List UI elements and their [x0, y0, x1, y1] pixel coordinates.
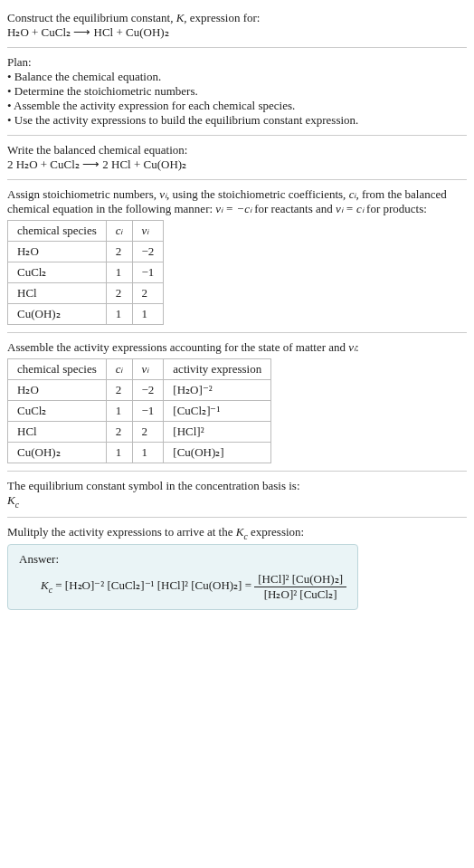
fraction-denominator: [H₂O]² [CuCl₂]	[254, 587, 346, 602]
plan-bullet: • Balance the chemical equation.	[7, 70, 467, 84]
plan-bullet: • Determine the stoichiometric numbers.	[7, 84, 467, 99]
equals: =	[52, 579, 65, 593]
multiply-text: Mulitply the activity expressions to arr…	[7, 525, 467, 541]
table-row: Cu(OH)₂ 1 1 [Cu(OH)₂]	[8, 443, 271, 463]
text: for reactants and	[251, 202, 336, 215]
cell-nu: −1	[132, 401, 164, 422]
cell-nu: 1	[132, 443, 164, 463]
col-nu: νᵢ	[132, 221, 164, 242]
cell-c: 1	[106, 401, 132, 422]
cell-c: 1	[106, 304, 132, 325]
cell-c: 2	[106, 380, 132, 401]
table-row: CuCl₂ 1 −1	[8, 262, 164, 283]
k-letter: K	[7, 493, 15, 507]
plan-bullet: • Assemble the activity expression for e…	[7, 99, 467, 113]
plan-heading: Plan:	[7, 55, 467, 70]
col-nu: νᵢ	[132, 359, 164, 380]
cell-species: CuCl₂	[8, 401, 107, 422]
cell-nu: −2	[132, 242, 164, 262]
stoich-text: Assign stoichiometric numbers, νᵢ, using…	[7, 187, 467, 216]
cell-c: 1	[106, 262, 132, 283]
intro-line1: Construct the equilibrium constant, K, e…	[7, 11, 467, 25]
plan-bullet: • Use the activity expressions to build …	[7, 113, 467, 128]
cell-species: Cu(OH)₂	[8, 304, 107, 325]
activity-section: Assemble the activity expressions accoun…	[7, 333, 467, 471]
activity-table: chemical species cᵢ νᵢ activity expressi…	[7, 358, 271, 463]
cell-activity: [CuCl₂]⁻¹	[164, 401, 271, 422]
text: Assemble the activity expressions accoun…	[7, 340, 348, 354]
text: expression:	[248, 525, 304, 539]
text: Assign stoichiometric numbers,	[7, 187, 159, 201]
cell-species: H₂O	[8, 380, 107, 401]
col-activity: activity expression	[164, 359, 271, 380]
text: :	[356, 340, 359, 354]
table-row: H₂O 2 −2	[8, 242, 164, 262]
table-row: Cu(OH)₂ 1 1	[8, 304, 164, 325]
fraction-numerator: [HCl]² [Cu(OH)₂]	[254, 572, 346, 587]
col-species: chemical species	[8, 359, 107, 380]
c-sub: c	[15, 500, 19, 510]
cell-activity: [H₂O]⁻²	[164, 380, 271, 401]
table-header-row: chemical species cᵢ νᵢ activity expressi…	[8, 359, 271, 380]
stoich-section: Assign stoichiometric numbers, νᵢ, using…	[7, 180, 467, 332]
cell-nu: 2	[132, 283, 164, 304]
cell-species: CuCl₂	[8, 262, 107, 283]
unbalanced-equation: H₂O + CuCl₂ ⟶ HCl + Cu(OH)₂	[7, 25, 467, 40]
col-c: cᵢ	[106, 221, 132, 242]
text: Mulitply the activity expressions to arr…	[7, 525, 236, 539]
cell-species: HCl	[8, 422, 107, 443]
intro-text-suffix: , expression for:	[184, 11, 260, 24]
table-row: HCl 2 2	[8, 283, 164, 304]
nu-i: νᵢ	[159, 187, 166, 201]
cell-nu: 2	[132, 422, 164, 443]
text: , using the stoichiometric coefficients,	[166, 187, 349, 201]
stoich-table: chemical species cᵢ νᵢ H₂O 2 −2 CuCl₂ 1 …	[7, 220, 164, 325]
cell-species: H₂O	[8, 242, 107, 262]
nu-i: νᵢ	[348, 340, 356, 354]
answer-label: Answer:	[19, 552, 346, 567]
intro-text: Construct the equilibrium constant,	[7, 11, 176, 24]
table-row: CuCl₂ 1 −1 [CuCl₂]⁻¹	[8, 401, 271, 422]
kc-symbol: Kc	[7, 493, 467, 510]
kc-symbol-text: The equilibrium constant symbol in the c…	[7, 479, 467, 493]
balanced-equation: 2 H₂O + CuCl₂ ⟶ 2 HCl + Cu(OH)₂	[7, 157, 467, 172]
intro-section: Construct the equilibrium constant, K, e…	[7, 4, 467, 47]
answer-box: Answer: Kc = [H₂O]⁻² [CuCl₂]⁻¹ [HCl]² [C…	[7, 544, 358, 610]
product-terms: [H₂O]⁻² [CuCl₂]⁻¹ [HCl]² [Cu(OH)₂] =	[65, 579, 254, 593]
text: for products:	[364, 202, 427, 215]
cell-nu: −2	[132, 380, 164, 401]
col-c: cᵢ	[106, 359, 132, 380]
fraction: [HCl]² [Cu(OH)₂] [H₂O]² [CuCl₂]	[254, 572, 346, 602]
activity-text: Assemble the activity expressions accoun…	[7, 340, 467, 355]
col-species: chemical species	[8, 221, 107, 242]
cell-activity: [HCl]²	[164, 422, 271, 443]
cell-nu: −1	[132, 262, 164, 283]
cell-c: 2	[106, 422, 132, 443]
cell-c: 2	[106, 242, 132, 262]
relation: νᵢ = −cᵢ	[215, 202, 251, 215]
relation: νᵢ = cᵢ	[336, 202, 364, 215]
balanced-section: Write the balanced chemical equation: 2 …	[7, 136, 467, 179]
cell-species: HCl	[8, 283, 107, 304]
k-letter: K	[41, 579, 49, 593]
cell-nu: 1	[132, 304, 164, 325]
answer-expression: Kc = [H₂O]⁻² [CuCl₂]⁻¹ [HCl]² [Cu(OH)₂] …	[19, 567, 346, 602]
balanced-heading: Write the balanced chemical equation:	[7, 143, 467, 157]
multiply-section: Mulitply the activity expressions to arr…	[7, 518, 467, 618]
table-row: HCl 2 2 [HCl]²	[8, 422, 271, 443]
table-header-row: chemical species cᵢ νᵢ	[8, 221, 164, 242]
cell-c: 2	[106, 283, 132, 304]
kc-symbol-section: The equilibrium constant symbol in the c…	[7, 472, 467, 517]
cell-species: Cu(OH)₂	[8, 443, 107, 463]
plan-section: Plan: • Balance the chemical equation. •…	[7, 48, 467, 135]
cell-c: 1	[106, 443, 132, 463]
cell-activity: [Cu(OH)₂]	[164, 443, 271, 463]
table-row: H₂O 2 −2 [H₂O]⁻²	[8, 380, 271, 401]
